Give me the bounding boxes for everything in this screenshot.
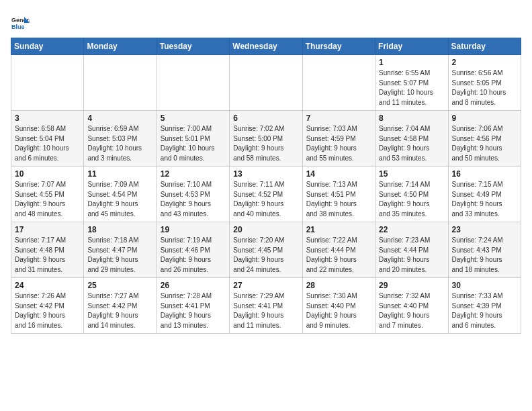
day-number: 12 (161, 169, 226, 179)
day-number: 20 (233, 225, 298, 234)
day-info: Sunrise: 7:27 AM Sunset: 4:42 PM Dayligh… (87, 291, 152, 330)
day-number: 25 (87, 281, 152, 290)
day-info: Sunrise: 7:13 AM Sunset: 4:51 PM Dayligh… (306, 180, 371, 219)
calendar-cell: 23Sunrise: 7:24 AM Sunset: 4:43 PM Dayli… (448, 222, 521, 278)
calendar-cell (157, 55, 229, 111)
calendar-cell: 8Sunrise: 7:04 AM Sunset: 4:58 PM Daylig… (375, 111, 448, 167)
day-number: 8 (379, 113, 444, 123)
day-info: Sunrise: 6:58 AM Sunset: 5:04 PM Dayligh… (15, 124, 80, 163)
calendar-header-friday: Friday (375, 38, 448, 55)
day-info: Sunrise: 7:26 AM Sunset: 4:42 PM Dayligh… (15, 291, 80, 330)
day-number: 29 (379, 281, 444, 290)
day-info: Sunrise: 7:10 AM Sunset: 4:53 PM Dayligh… (161, 180, 226, 219)
calendar-cell: 15Sunrise: 7:14 AM Sunset: 4:50 PM Dayli… (375, 167, 448, 222)
calendar-cell: 24Sunrise: 7:26 AM Sunset: 4:42 PM Dayli… (11, 278, 84, 334)
calendar-cell (84, 55, 157, 111)
day-info: Sunrise: 7:19 AM Sunset: 4:46 PM Dayligh… (161, 236, 226, 275)
header: General Blue (11, 11, 521, 32)
day-info: Sunrise: 7:07 AM Sunset: 4:55 PM Dayligh… (15, 180, 80, 219)
calendar-header-tuesday: Tuesday (157, 38, 229, 55)
calendar-cell: 1Sunrise: 6:55 AM Sunset: 5:07 PM Daylig… (375, 55, 448, 111)
day-number: 27 (233, 281, 298, 290)
calendar-cell: 9Sunrise: 7:06 AM Sunset: 4:56 PM Daylig… (448, 111, 521, 167)
calendar-cell: 28Sunrise: 7:30 AM Sunset: 4:40 PM Dayli… (302, 278, 375, 334)
calendar: SundayMondayTuesdayWednesdayThursdayFrid… (11, 38, 521, 334)
day-number: 2 (452, 58, 517, 67)
day-number: 18 (87, 225, 152, 234)
day-info: Sunrise: 7:29 AM Sunset: 4:41 PM Dayligh… (233, 291, 298, 330)
calendar-cell: 21Sunrise: 7:22 AM Sunset: 4:44 PM Dayli… (302, 222, 375, 278)
calendar-cell: 12Sunrise: 7:10 AM Sunset: 4:53 PM Dayli… (157, 167, 229, 222)
calendar-cell: 3Sunrise: 6:58 AM Sunset: 5:04 PM Daylig… (11, 111, 84, 167)
day-info: Sunrise: 7:04 AM Sunset: 4:58 PM Dayligh… (379, 124, 444, 163)
day-number: 4 (87, 113, 152, 123)
page: General Blue SundayMondayTuesdayWednesda… (0, 0, 532, 340)
day-info: Sunrise: 7:03 AM Sunset: 4:59 PM Dayligh… (306, 124, 371, 163)
day-info: Sunrise: 7:17 AM Sunset: 4:48 PM Dayligh… (15, 236, 80, 275)
calendar-cell (230, 55, 302, 111)
calendar-header-sunday: Sunday (11, 38, 84, 55)
calendar-cell: 17Sunrise: 7:17 AM Sunset: 4:48 PM Dayli… (11, 222, 84, 278)
calendar-cell: 20Sunrise: 7:20 AM Sunset: 4:45 PM Dayli… (230, 222, 302, 278)
day-number: 11 (87, 169, 152, 179)
calendar-cell: 5Sunrise: 7:00 AM Sunset: 5:01 PM Daylig… (157, 111, 229, 167)
day-info: Sunrise: 6:56 AM Sunset: 5:05 PM Dayligh… (452, 68, 517, 107)
day-number: 30 (452, 281, 517, 290)
day-number: 24 (15, 281, 80, 290)
day-number: 21 (306, 225, 371, 234)
day-number: 17 (15, 225, 80, 234)
calendar-cell: 14Sunrise: 7:13 AM Sunset: 4:51 PM Dayli… (302, 167, 375, 222)
day-info: Sunrise: 7:22 AM Sunset: 4:44 PM Dayligh… (306, 236, 371, 275)
svg-text:Blue: Blue (11, 24, 25, 30)
calendar-cell (302, 55, 375, 111)
day-info: Sunrise: 7:18 AM Sunset: 4:47 PM Dayligh… (87, 236, 152, 275)
day-number: 1 (379, 58, 444, 67)
day-info: Sunrise: 7:30 AM Sunset: 4:40 PM Dayligh… (306, 291, 371, 330)
day-number: 7 (306, 113, 371, 123)
day-number: 15 (379, 169, 444, 179)
day-number: 9 (452, 113, 517, 123)
day-number: 10 (15, 169, 80, 179)
day-info: Sunrise: 7:23 AM Sunset: 4:44 PM Dayligh… (379, 236, 444, 275)
calendar-cell: 16Sunrise: 7:15 AM Sunset: 4:49 PM Dayli… (448, 167, 521, 222)
day-number: 26 (161, 281, 226, 290)
day-info: Sunrise: 7:00 AM Sunset: 5:01 PM Dayligh… (161, 124, 226, 163)
calendar-cell: 25Sunrise: 7:27 AM Sunset: 4:42 PM Dayli… (84, 278, 157, 334)
calendar-cell: 22Sunrise: 7:23 AM Sunset: 4:44 PM Dayli… (375, 222, 448, 278)
calendar-cell: 11Sunrise: 7:09 AM Sunset: 4:54 PM Dayli… (84, 167, 157, 222)
day-number: 16 (452, 169, 517, 179)
calendar-cell: 7Sunrise: 7:03 AM Sunset: 4:59 PM Daylig… (302, 111, 375, 167)
calendar-header-wednesday: Wednesday (230, 38, 302, 55)
day-info: Sunrise: 7:14 AM Sunset: 4:50 PM Dayligh… (379, 180, 444, 219)
calendar-cell: 6Sunrise: 7:02 AM Sunset: 5:00 PM Daylig… (230, 111, 302, 167)
calendar-cell: 4Sunrise: 6:59 AM Sunset: 5:03 PM Daylig… (84, 111, 157, 167)
day-info: Sunrise: 7:11 AM Sunset: 4:52 PM Dayligh… (233, 180, 298, 219)
day-number: 22 (379, 225, 444, 234)
day-info: Sunrise: 7:24 AM Sunset: 4:43 PM Dayligh… (452, 236, 517, 275)
day-info: Sunrise: 6:59 AM Sunset: 5:03 PM Dayligh… (87, 124, 152, 163)
calendar-week-row: 10Sunrise: 7:07 AM Sunset: 4:55 PM Dayli… (11, 167, 521, 222)
day-info: Sunrise: 6:55 AM Sunset: 5:07 PM Dayligh… (379, 68, 444, 107)
calendar-cell: 29Sunrise: 7:32 AM Sunset: 4:40 PM Dayli… (375, 278, 448, 334)
calendar-cell: 27Sunrise: 7:29 AM Sunset: 4:41 PM Dayli… (230, 278, 302, 334)
calendar-week-row: 17Sunrise: 7:17 AM Sunset: 4:48 PM Dayli… (11, 222, 521, 278)
day-number: 14 (306, 169, 371, 179)
day-info: Sunrise: 7:20 AM Sunset: 4:45 PM Dayligh… (233, 236, 298, 275)
day-info: Sunrise: 7:15 AM Sunset: 4:49 PM Dayligh… (452, 180, 517, 219)
calendar-header-row: SundayMondayTuesdayWednesdayThursdayFrid… (11, 38, 521, 55)
day-info: Sunrise: 7:33 AM Sunset: 4:39 PM Dayligh… (452, 291, 517, 330)
day-info: Sunrise: 7:06 AM Sunset: 4:56 PM Dayligh… (452, 124, 517, 163)
day-number: 5 (161, 113, 226, 123)
day-info: Sunrise: 7:09 AM Sunset: 4:54 PM Dayligh… (87, 180, 152, 219)
calendar-cell: 2Sunrise: 6:56 AM Sunset: 5:05 PM Daylig… (448, 55, 521, 111)
calendar-header-monday: Monday (84, 38, 157, 55)
day-number: 13 (233, 169, 298, 179)
day-number: 23 (452, 225, 517, 234)
calendar-cell: 18Sunrise: 7:18 AM Sunset: 4:47 PM Dayli… (84, 222, 157, 278)
calendar-week-row: 3Sunrise: 6:58 AM Sunset: 5:04 PM Daylig… (11, 111, 521, 167)
calendar-cell: 10Sunrise: 7:07 AM Sunset: 4:55 PM Dayli… (11, 167, 84, 222)
logo: General Blue (11, 13, 32, 32)
day-info: Sunrise: 7:28 AM Sunset: 4:41 PM Dayligh… (161, 291, 226, 330)
day-info: Sunrise: 7:32 AM Sunset: 4:40 PM Dayligh… (379, 291, 444, 330)
day-info: Sunrise: 7:02 AM Sunset: 5:00 PM Dayligh… (233, 124, 298, 163)
